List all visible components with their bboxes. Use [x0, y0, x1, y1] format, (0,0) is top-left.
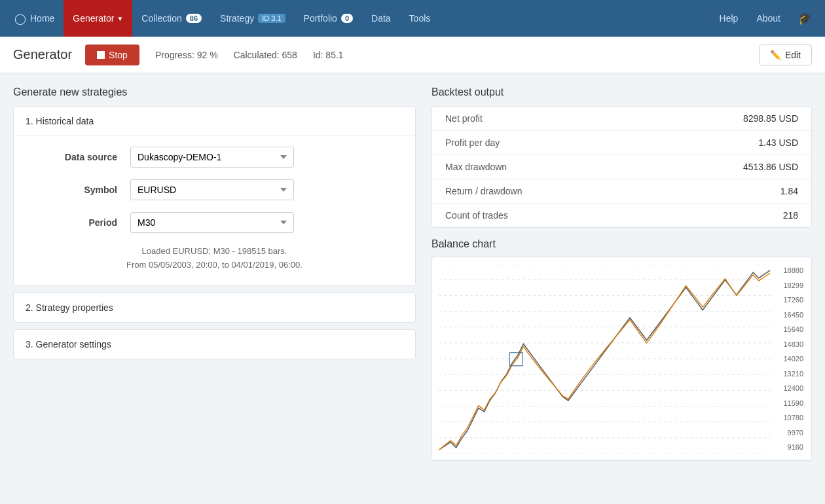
nav-data[interactable]: Data [362, 0, 400, 37]
stat-label: Profit per day [445, 137, 500, 148]
toolbar-info: Progress: 92 % Calculated: 658 Id: 85.1 [155, 50, 344, 60]
nav-about[interactable]: About [747, 0, 790, 37]
chart-y-label: 16450 [773, 311, 805, 319]
stop-button[interactable]: Stop [85, 45, 139, 65]
stat-label: Max drawdown [445, 162, 507, 172]
historical-header[interactable]: 1. Historical data [14, 107, 415, 135]
stat-label: Return / drawdown [445, 186, 522, 196]
graduation-icon[interactable]: 🎓 [790, 11, 820, 26]
nav-about-label: About [756, 13, 780, 24]
balance-chart-canvas [439, 264, 771, 454]
period-select[interactable]: M30 [130, 212, 294, 233]
nav-home-label: Home [30, 13, 54, 24]
chart-y-label: 9160 [773, 443, 805, 451]
symbol-select[interactable]: EURUSD [130, 179, 294, 200]
nav-collection-label: Collection [141, 13, 181, 24]
chart-y-labels: 1888018299172601645015640148301402013210… [773, 264, 805, 454]
loaded-info: Loaded EURUSD; M30 - 198515 bars. From 0… [26, 245, 403, 272]
generator-dropdown-icon: ▼ [117, 15, 123, 22]
portfolio-badge: 0 [341, 14, 353, 23]
chart-y-label: 14020 [773, 355, 805, 363]
chart-y-label: 11590 [773, 399, 805, 407]
stop-icon [97, 51, 105, 59]
id-info: Id: 85.1 [313, 50, 344, 60]
backtest-title: Backtest output [431, 86, 812, 98]
stats-card: Net profit 8298.85 USDProfit per day 1.4… [431, 106, 812, 228]
calculated-info: Calculated: 658 [234, 50, 297, 60]
chart-title: Balance chart [431, 238, 812, 250]
stat-value: 1.84 [780, 186, 798, 196]
nav-help[interactable]: Help [710, 0, 748, 37]
chart-y-label: 18880 [773, 266, 805, 274]
datasource-label: Data source [26, 152, 130, 162]
toolbar: Generator Stop Progress: 92 % Calculated… [0, 37, 825, 73]
stat-label: Net profit [445, 113, 483, 124]
right-panel: Backtest output Net profit 8298.85 USDPr… [431, 86, 812, 461]
chart-container: 1888018299172601645015640148301402013210… [439, 264, 805, 454]
main-content: Generate new strategies 1. Historical da… [0, 73, 825, 474]
stat-value: 4513.86 USD [743, 162, 798, 172]
nav-strategy[interactable]: Strategy ID 3.1 [211, 0, 295, 37]
strategy-id-badge: ID 3.1 [258, 14, 285, 23]
nav-help-label: Help [720, 13, 739, 24]
section-title: Generate new strategies [13, 86, 416, 98]
historical-body: Data source Dukascopy-DEMO-1 Symbol EURU… [14, 135, 415, 285]
stat-row: Return / drawdown 1.84 [432, 179, 811, 204]
generator-header[interactable]: 3. Generator settings [14, 330, 415, 359]
stat-row: Net profit 8298.85 USD [432, 107, 811, 131]
left-panel: Generate new strategies 1. Historical da… [13, 86, 416, 461]
stat-row: Profit per day 1.43 USD [432, 131, 811, 155]
stat-row: Max drawdown 4513.86 USD [432, 155, 811, 179]
pencil-icon: ✏️ [770, 50, 781, 60]
strategy-header[interactable]: 2. Strategy properties [14, 293, 415, 322]
navbar: ◯ Home Generator ▼ Collection 86 Strateg… [0, 0, 825, 37]
historical-card: 1. Historical data Data source Dukascopy… [13, 106, 416, 286]
nav-strategy-label: Strategy [220, 13, 254, 24]
stat-label: Count of trades [445, 210, 508, 221]
generator-card: 3. Generator settings [13, 329, 416, 359]
loaded-line1: Loaded EURUSD; M30 - 198515 bars. [26, 245, 403, 259]
progress-info: Progress: 92 % [155, 50, 218, 60]
chart-y-label: 18299 [773, 281, 805, 289]
datasource-row: Data source Dukascopy-DEMO-1 [26, 147, 403, 168]
stop-label: Stop [109, 50, 128, 60]
nav-tools[interactable]: Tools [400, 0, 440, 37]
collection-badge: 86 [186, 14, 202, 23]
nav-portfolio[interactable]: Portfolio 0 [295, 0, 362, 37]
edit-label: Edit [785, 50, 801, 60]
edit-button[interactable]: ✏️ Edit [759, 45, 812, 65]
loaded-line2: From 05/05/2003, 20:00, to 04/01/2019, 0… [26, 259, 403, 272]
stat-value: 218 [783, 210, 798, 221]
strategy-card: 2. Strategy properties [13, 293, 416, 323]
symbol-label: Symbol [26, 185, 130, 195]
chart-y-label: 10780 [773, 414, 805, 422]
symbol-row: Symbol EURUSD [26, 179, 403, 200]
chart-y-label: 13210 [773, 370, 805, 378]
chart-y-label: 17260 [773, 296, 805, 304]
page-title: Generator [13, 47, 72, 62]
nav-generator-label: Generator [73, 13, 114, 24]
stat-row: Count of trades 218 [432, 204, 811, 227]
stat-value: 1.43 USD [758, 137, 798, 148]
nav-generator[interactable]: Generator ▼ [64, 0, 132, 37]
chart-y-label: 9970 [773, 429, 805, 437]
period-row: Period M30 [26, 212, 403, 233]
stat-value: 8298.85 USD [743, 113, 798, 124]
period-label: Period [26, 217, 130, 228]
chart-y-label: 15640 [773, 325, 805, 333]
chart-y-label: 14830 [773, 340, 805, 348]
nav-tools-label: Tools [409, 13, 431, 24]
chart-y-label: 12400 [773, 384, 805, 392]
nav-collection[interactable]: Collection 86 [132, 0, 211, 37]
nav-data-label: Data [371, 13, 391, 24]
nav-home[interactable]: ◯ Home [5, 0, 64, 37]
chart-card: 1888018299172601645015640148301402013210… [431, 257, 812, 461]
nav-portfolio-label: Portfolio [304, 13, 337, 24]
datasource-select[interactable]: Dukascopy-DEMO-1 [130, 147, 294, 168]
